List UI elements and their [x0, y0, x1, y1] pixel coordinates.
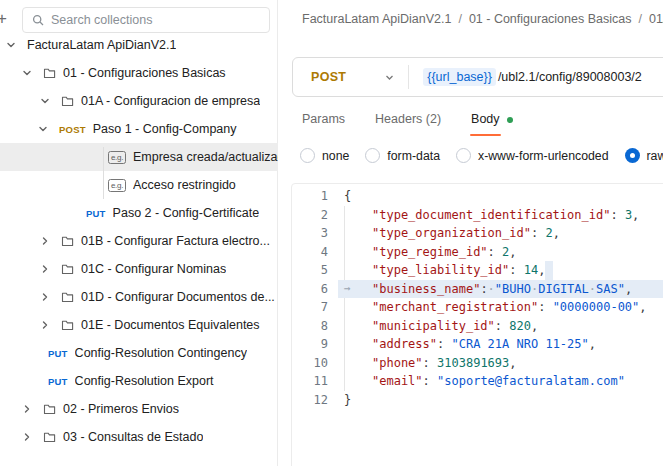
radio-icon[interactable] — [625, 148, 640, 163]
add-icon[interactable]: + — [0, 9, 10, 29]
method-badge: PUT — [48, 376, 68, 387]
body-option-none[interactable]: none — [300, 148, 349, 163]
code-line: 5"type_liability_id": 14, — [292, 261, 663, 280]
sidebar-search-row: + — [0, 7, 278, 33]
folder-icon — [61, 235, 74, 247]
token-k: "email" — [372, 374, 423, 388]
url-path: /ubl2.1/config/89008003/2 — [498, 70, 642, 84]
indent-guide — [344, 206, 372, 225]
chevron-down-icon — [384, 72, 395, 83]
token-p: , — [553, 226, 560, 240]
body-option-form-data[interactable]: form-data — [365, 148, 440, 163]
code-line-content: } — [338, 391, 663, 410]
code-line: 7"merchant_registration": "0000000-00", — [292, 298, 663, 317]
token-p: , — [589, 337, 596, 351]
indent-guide — [344, 317, 372, 336]
body-option-label: form-data — [387, 149, 440, 163]
line-number: 1 — [292, 187, 338, 206]
radio-icon[interactable] — [456, 148, 471, 163]
line-number: 7 — [292, 298, 338, 317]
sidebar-item-01e-documentos-equivalentes[interactable]: 01E - Documentos Equivalentes — [0, 311, 278, 339]
token-p: : — [531, 226, 545, 240]
tab-headers-2[interactable]: Headers (2) — [375, 112, 441, 136]
code-line-content: "municipality_id": 820, — [338, 317, 663, 336]
search-input[interactable] — [51, 13, 269, 27]
chevron-right-icon[interactable] — [22, 404, 32, 414]
sidebar-item-01-configuraciones-basicas[interactable]: 01 - Configuraciones Basicas — [0, 59, 278, 87]
token-k: "business_name" — [372, 282, 480, 296]
code-line: 11"email": "soporte@facturalatam.com" — [292, 372, 663, 391]
token-p: : — [509, 263, 523, 277]
sidebar-item-02-primeros-envios[interactable]: 02 - Primeros Envios — [0, 395, 278, 423]
method-badge: PUT — [48, 348, 68, 359]
url-variable-chip[interactable]: {{url_base}} — [423, 68, 496, 86]
sidebar-item-paso-2-config-certificate[interactable]: PUTPaso 2 - Config-Certificate — [0, 199, 278, 227]
token-num: 820 — [509, 319, 531, 333]
tree-indent-guide — [103, 147, 104, 199]
token-p: , — [509, 356, 516, 370]
chevron-right-icon[interactable] — [22, 432, 32, 442]
token-b: } — [344, 393, 351, 407]
code-line: 6→"business_name":·"BUHO·DIGITAL·SAS", — [292, 280, 663, 299]
sidebar-item-01b-configurar-factura-electro[interactable]: 01B - Configurar Factura electro... — [0, 227, 278, 255]
sidebar-item-01a-configuracion-de-empresa[interactable]: 01A - Configuracion de empresa — [0, 87, 278, 115]
tab-body[interactable]: Body — [471, 112, 513, 136]
body-option-x-www-form-urlencoded[interactable]: x-www-form-urlencoded — [456, 148, 609, 163]
whitespace-arrow-icon: → — [344, 280, 372, 299]
code-line: 3"type_organization_id": 2, — [292, 224, 663, 243]
breadcrumb-item[interactable]: FacturaLatam ApiDianV2.1 — [302, 12, 451, 26]
token-p: , — [531, 319, 538, 333]
code-line-content: "type_regime_id": 2, — [338, 243, 663, 262]
chevron-down-icon[interactable] — [6, 40, 16, 50]
url-divider — [408, 65, 409, 89]
indent-guide — [344, 261, 372, 280]
token-p: : — [423, 374, 437, 388]
chevron-down-icon[interactable] — [38, 124, 48, 134]
sidebar-item-01c-configurar-nominas[interactable]: 01C - Configurar Nominas — [0, 255, 278, 283]
sidebar-item-config-resolution-export[interactable]: PUTConfig-Resolution Export — [0, 367, 278, 395]
code-line: 2"type_document_identification_id": 3, — [292, 206, 663, 225]
breadcrumb-item[interactable]: 01A — [649, 12, 663, 26]
sidebar-item-config-resolution-contingency[interactable]: PUTConfig-Resolution Contingency — [0, 339, 278, 367]
body-option-raw[interactable]: raw — [625, 148, 663, 163]
radio-icon[interactable] — [365, 148, 380, 163]
breadcrumb-separator: / — [638, 12, 641, 26]
code-line: 1{ — [292, 187, 663, 206]
token-num: 2 — [545, 226, 552, 240]
method-selector[interactable]: POST — [293, 70, 408, 84]
code-line-content: →"business_name":·"BUHO·DIGITAL·SAS", — [338, 280, 663, 299]
token-p: : — [610, 208, 624, 222]
chevron-down-icon[interactable] — [22, 68, 32, 78]
token-p: , — [538, 263, 545, 277]
url-input[interactable]: {{url_base}} /ubl2.1/config/89008003/2 — [423, 68, 642, 86]
method-label: POST — [311, 70, 346, 84]
sidebar-item-01d-configurar-documentos-de[interactable]: 01D - Configurar Documentos de... — [0, 283, 278, 311]
code-line-content: "type_liability_id": 14, — [338, 261, 663, 280]
sidebar-item-paso-1-config-company[interactable]: POSTPaso 1 - Config-Company — [0, 115, 278, 143]
folder-icon — [43, 403, 56, 415]
code-line: 10"phone": 3103891693, — [292, 354, 663, 373]
line-number: 9 — [292, 335, 338, 354]
chevron-right-icon[interactable] — [40, 264, 50, 274]
line-number: 4 — [292, 243, 338, 262]
chevron-down-icon[interactable] — [40, 96, 50, 106]
sidebar-item-facturalatam-apidianv2-1[interactable]: FacturaLatam ApiDianV2.1 — [0, 31, 278, 59]
chevron-right-icon[interactable] — [40, 236, 50, 246]
body-present-dot — [507, 117, 513, 123]
sidebar-item-empresa-creada-actualizada[interactable]: e.g.Empresa creada/actualizada — [0, 143, 278, 171]
radio-icon[interactable] — [300, 148, 315, 163]
chevron-right-icon[interactable] — [40, 292, 50, 302]
tab-params[interactable]: Params — [302, 112, 345, 136]
code-line-content: "email": "soporte@facturalatam.com" — [338, 372, 663, 391]
sidebar-item-label: 01 - Configuraciones Basicas — [63, 66, 226, 80]
chevron-right-icon[interactable] — [40, 320, 50, 330]
token-k: "phone" — [372, 356, 423, 370]
breadcrumb-item[interactable]: 01 - Configuraciones Basicas — [469, 12, 632, 26]
search-box[interactable] — [22, 7, 270, 33]
sidebar-item-acceso-restringido[interactable]: e.g.Acceso restringido — [0, 171, 278, 199]
request-body-editor[interactable]: 1{2"type_document_identification_id": 3,… — [291, 183, 663, 466]
code-line-content: "merchant_registration": "0000000-00", — [338, 298, 663, 317]
sidebar-item-03-consultas-de-estado[interactable]: 03 - Consultas de Estado — [0, 423, 278, 451]
token-p: :· — [480, 282, 494, 296]
token-p: : — [437, 337, 451, 351]
